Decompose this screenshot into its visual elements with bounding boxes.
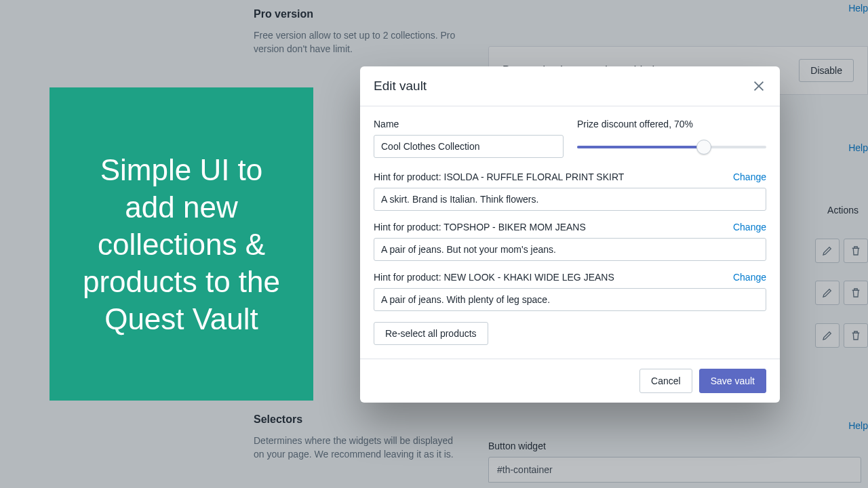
change-link[interactable]: Change xyxy=(733,171,766,182)
edit-vault-modal: Edit vault Name Prize discount offered, … xyxy=(360,66,780,403)
modal-header: Edit vault xyxy=(360,66,780,106)
hint-input[interactable] xyxy=(374,238,766,261)
hint-label: Hint for product: NEW LOOK - KHAKI WIDE … xyxy=(374,272,614,283)
discount-field: Prize discount offered, 70% xyxy=(577,119,766,159)
reselect-products-button[interactable]: Re-select all products xyxy=(374,322,488,345)
close-button[interactable] xyxy=(751,79,766,94)
promo-callout-text: Simple UI to add new collections & produ… xyxy=(74,151,289,338)
slider-thumb[interactable] xyxy=(696,140,711,155)
slider-fill xyxy=(577,146,700,148)
name-label: Name xyxy=(374,119,564,129)
hint-label: Hint for product: ISOLDA - RUFFLE FLORAL… xyxy=(374,171,624,182)
discount-label: Prize discount offered, 70% xyxy=(577,119,766,129)
modal-title: Edit vault xyxy=(374,79,427,94)
modal-footer: Cancel Save vault xyxy=(360,359,780,403)
hint-input[interactable] xyxy=(374,288,766,311)
hint-block: Hint for product: TOPSHOP - BIKER MOM JE… xyxy=(374,222,766,261)
change-link[interactable]: Change xyxy=(733,222,766,232)
discount-slider[interactable] xyxy=(577,135,766,159)
hint-block: Hint for product: NEW LOOK - KHAKI WIDE … xyxy=(374,272,766,311)
hint-input[interactable] xyxy=(374,188,766,211)
save-vault-button[interactable]: Save vault xyxy=(699,369,766,393)
hint-block: Hint for product: ISOLDA - RUFFLE FLORAL… xyxy=(374,171,766,211)
promo-callout: Simple UI to add new collections & produ… xyxy=(50,87,313,401)
cancel-button[interactable]: Cancel xyxy=(639,369,692,393)
close-icon xyxy=(751,79,766,94)
hint-label: Hint for product: TOPSHOP - BIKER MOM JE… xyxy=(374,222,586,232)
change-link[interactable]: Change xyxy=(733,272,766,283)
name-input[interactable] xyxy=(374,135,564,158)
modal-body: Name Prize discount offered, 70% Hint fo… xyxy=(360,106,780,359)
name-field: Name xyxy=(374,119,564,159)
